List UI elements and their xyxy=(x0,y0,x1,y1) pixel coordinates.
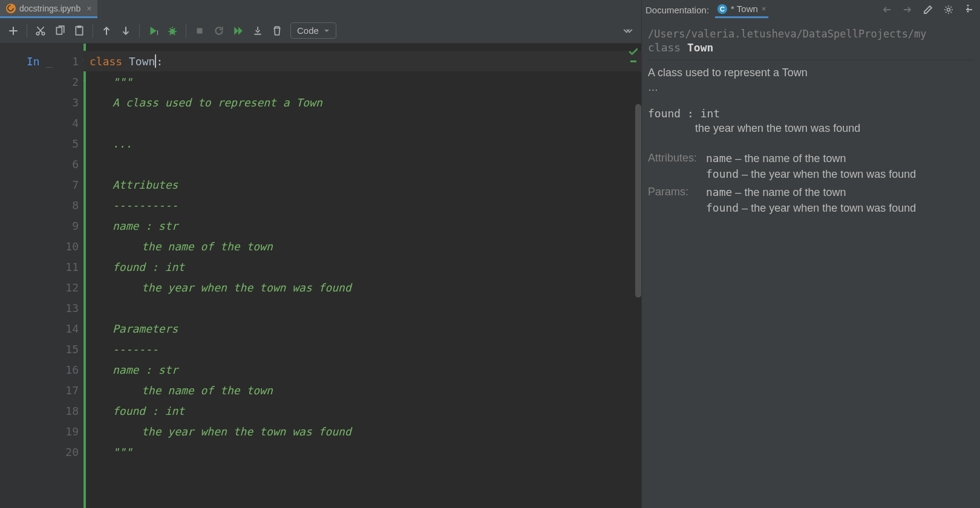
line-number: 7 xyxy=(72,178,79,191)
nav-back-button[interactable] xyxy=(880,2,894,17)
line-number: 16 xyxy=(65,363,79,376)
check-icon xyxy=(628,46,639,57)
editor-panel: docstrings.ipynb × I xyxy=(0,0,641,508)
svg-point-0 xyxy=(967,5,969,7)
nav-forward-button[interactable] xyxy=(900,2,915,17)
doc-header: Documentation: C * Town × xyxy=(642,0,980,19)
inspection-markers xyxy=(628,46,639,62)
jupyter-icon xyxy=(6,4,16,13)
change-tick xyxy=(630,60,636,62)
line-number: 2 xyxy=(72,76,79,88)
doc-tab[interactable]: C * Town × xyxy=(715,1,768,18)
add-cell-button[interactable] xyxy=(5,22,22,39)
line-number: 20 xyxy=(65,446,79,458)
docstring: the year when the town was found xyxy=(142,425,351,438)
docstring: Attributes xyxy=(113,178,178,191)
line-number: 4 xyxy=(72,117,79,129)
tab-bar: docstrings.ipynb × xyxy=(0,0,641,18)
move-up-button[interactable] xyxy=(98,22,115,39)
docstring: found : int xyxy=(113,405,185,417)
gutter-row: In _ 1 xyxy=(0,51,83,71)
doc-found-block: found : int the year when the town was f… xyxy=(648,107,974,135)
line-number: 13 xyxy=(65,302,79,314)
paste-button[interactable] xyxy=(71,22,88,39)
delete-cell-button[interactable] xyxy=(269,22,286,39)
svg-point-2 xyxy=(967,11,969,13)
docstring: ---------- xyxy=(113,199,178,212)
cell-type-label: Code xyxy=(297,25,319,36)
kebab-icon[interactable] xyxy=(963,4,973,16)
doc-ellipsis: … xyxy=(648,82,974,94)
restart-button[interactable] xyxy=(211,22,227,39)
code-editor[interactable]: In _ 1 2 3 4 5 6 7 8 9 10 11 12 13 14 15… xyxy=(0,44,641,508)
doc-table: Attributes: name – the name of the town … xyxy=(648,152,974,217)
docstring: found : int xyxy=(113,261,185,273)
scrollbar-thumb[interactable] xyxy=(635,104,641,298)
settings-button[interactable] xyxy=(941,2,956,17)
docstring: ... xyxy=(113,137,132,150)
line-number: 18 xyxy=(65,405,79,417)
close-icon[interactable]: × xyxy=(87,4,91,13)
docstring: """ xyxy=(113,76,132,88)
attributes-label: Attributes: xyxy=(648,152,706,183)
attributes-values: name – the name of the town found – the … xyxy=(706,152,974,183)
line-number: 3 xyxy=(72,96,79,109)
docstring: ------- xyxy=(113,343,158,356)
params-label: Params: xyxy=(648,186,706,217)
svg-point-10 xyxy=(947,8,950,11)
doc-body: /Users/valeria.letusheva/DataSpellProjec… xyxy=(642,19,980,508)
chevron-down-icon xyxy=(324,28,330,34)
docstring: A class used to represent a Town xyxy=(113,96,322,109)
line-number: 8 xyxy=(72,199,79,212)
line-number: 1 xyxy=(72,55,79,68)
copy-button[interactable] xyxy=(51,22,68,39)
run-all-button[interactable] xyxy=(230,22,247,39)
doc-panel-title: Documentation: xyxy=(645,5,709,15)
debug-cell-button[interactable] xyxy=(164,22,181,39)
cut-button[interactable] xyxy=(32,22,49,39)
line-number: 12 xyxy=(65,281,79,294)
documentation-panel: Documentation: C * Town × /Users/valeria… xyxy=(641,0,980,508)
clear-outputs-button[interactable] xyxy=(249,22,266,39)
cell-type-dropdown[interactable]: Code xyxy=(290,22,336,39)
doc-file-path: /Users/valeria.letusheva/DataSpellProjec… xyxy=(648,28,974,40)
line-number: 19 xyxy=(65,425,79,438)
svg-point-4 xyxy=(42,32,45,35)
class-badge-icon: C xyxy=(717,4,727,14)
code-line[interactable]: class Town: xyxy=(83,51,641,71)
run-cell-button[interactable]: I xyxy=(145,22,162,39)
svg-rect-9 xyxy=(197,28,203,33)
edit-source-button[interactable] xyxy=(921,2,935,17)
class-name: Town xyxy=(129,55,155,68)
code-body[interactable]: class Town: """ A class used to represen… xyxy=(83,44,641,508)
line-number: 17 xyxy=(65,384,79,397)
doc-found-desc: the year when the town was found xyxy=(648,122,974,135)
svg-point-1 xyxy=(967,8,969,10)
doc-tab-label: * Town xyxy=(731,4,758,14)
in-prompt: In xyxy=(27,55,40,68)
stop-button[interactable] xyxy=(191,22,208,39)
move-down-button[interactable] xyxy=(117,22,134,39)
line-number: 10 xyxy=(65,240,79,253)
docstring: the name of the town xyxy=(142,240,273,253)
docstring: name : str xyxy=(113,220,178,232)
svg-point-3 xyxy=(36,32,39,35)
line-number: 15 xyxy=(65,343,79,356)
close-icon[interactable]: × xyxy=(762,4,766,13)
doc-class-signature: class Town xyxy=(648,41,974,54)
docstring: """ xyxy=(113,446,132,458)
more-toolbar-icon[interactable] xyxy=(619,22,636,39)
svg-rect-5 xyxy=(56,27,62,34)
docstring: name : str xyxy=(113,363,178,376)
line-number: 9 xyxy=(72,220,79,232)
tab-filename: docstrings.ipynb xyxy=(19,4,80,13)
keyword: class xyxy=(90,55,122,68)
gutter: In _ 1 2 3 4 5 6 7 8 9 10 11 12 13 14 15… xyxy=(0,44,83,508)
line-number: 5 xyxy=(72,137,79,150)
line-number: 6 xyxy=(72,158,79,171)
doc-description: A class used to represent a Town xyxy=(648,67,974,79)
line-number: 11 xyxy=(65,261,79,273)
file-tab[interactable]: docstrings.ipynb × xyxy=(0,0,97,18)
docstring: the name of the town xyxy=(142,384,273,397)
params-values: name – the name of the town found – the … xyxy=(706,186,974,217)
